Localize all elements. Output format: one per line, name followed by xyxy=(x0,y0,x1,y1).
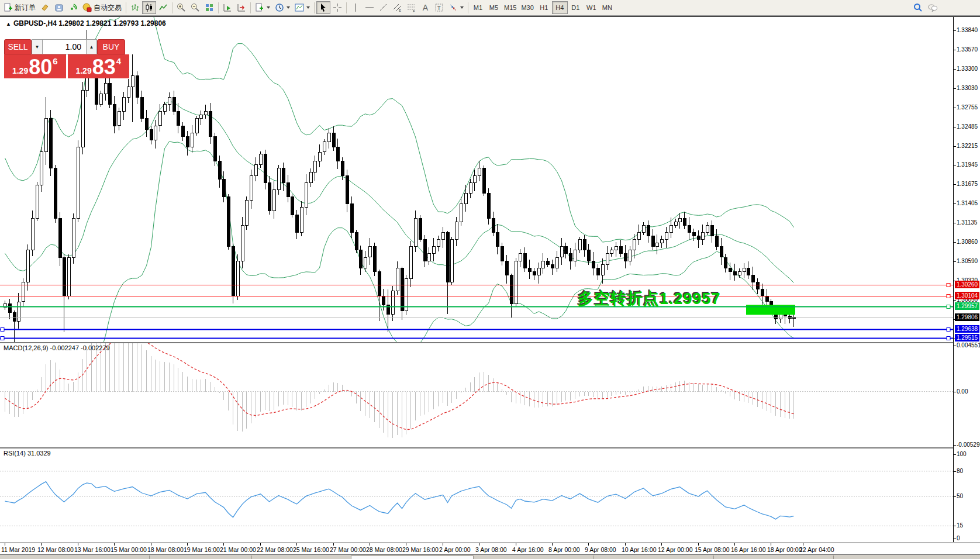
autotrade-button[interactable]: 自动交易 xyxy=(80,1,124,14)
horizontal-line-button[interactable] xyxy=(363,1,377,14)
rsi-tick xyxy=(954,496,956,497)
periods-button[interactable] xyxy=(272,1,292,14)
timeframe-label: D1 xyxy=(571,4,579,11)
zoom-out-icon xyxy=(191,3,200,12)
trendline-button[interactable] xyxy=(377,1,391,14)
channel-button[interactable]: E xyxy=(391,1,405,14)
timeframe-w1-button[interactable]: W1 xyxy=(584,1,599,14)
vertical-line-button[interactable] xyxy=(348,1,363,14)
line-chart-button[interactable] xyxy=(156,1,170,14)
macd-tick xyxy=(954,346,956,346)
price-axis[interactable]: 1.338401.335701.333001.330301.327551.324… xyxy=(953,17,980,542)
sell-price[interactable]: 1.29 80 6 xyxy=(4,54,66,78)
price-tick xyxy=(954,50,956,50)
price-tick xyxy=(954,300,956,301)
bar-chart-button[interactable] xyxy=(128,1,142,14)
chart-window: ▲GBPUSD-,H4 1.29802 1.29821 1.29793 1.29… xyxy=(0,16,980,554)
buy-price[interactable]: 1.29 83 4 xyxy=(68,54,130,78)
macd-plot[interactable] xyxy=(0,343,953,447)
zoom-out-button[interactable] xyxy=(188,1,202,14)
search-button[interactable] xyxy=(911,1,925,14)
auto-scroll-button[interactable] xyxy=(220,1,234,14)
timeframe-d1-button[interactable]: D1 xyxy=(568,1,584,14)
date-tick-label: 3 Apr 08:00 xyxy=(475,546,507,553)
tile-windows-button[interactable] xyxy=(202,1,216,14)
volume-input[interactable] xyxy=(43,39,86,54)
date-tick xyxy=(41,543,42,546)
price-tick xyxy=(954,30,956,31)
date-tick-label: 19 Mar 16:00 xyxy=(184,546,220,553)
candle-chart-button[interactable] xyxy=(142,1,156,14)
cursor-icon xyxy=(319,3,328,12)
rsi-tick xyxy=(954,454,956,455)
volume-decrease-button[interactable]: ▼ xyxy=(32,39,43,54)
doc-plus-icon xyxy=(4,3,13,12)
price-tick-label: 1.31405 xyxy=(957,200,978,207)
macd-label: MACD(12,26,9) -0.002247 -0.002279 xyxy=(4,344,110,351)
buy-button[interactable]: BUY xyxy=(97,39,125,54)
timeframe-m5-button[interactable]: M5 xyxy=(486,1,502,14)
date-tick-label: 28 Mar 08:00 xyxy=(366,546,402,553)
date-tick-label: 13 Mar 16:00 xyxy=(74,546,111,553)
collapse-triangle-icon[interactable]: ▲ xyxy=(6,21,11,27)
price-tick xyxy=(954,261,956,262)
zoom-in-icon xyxy=(177,3,186,12)
fibonacci-button[interactable]: F xyxy=(405,1,419,14)
new-order-button[interactable]: 新订单 xyxy=(1,1,38,14)
main-chart-plot[interactable] xyxy=(0,17,953,342)
price-tick-label: 1.32485 xyxy=(957,123,978,130)
new-chart-button[interactable] xyxy=(253,1,272,14)
zoom-in-button[interactable] xyxy=(174,1,188,14)
price-tick-label: 1.30590 xyxy=(957,258,978,265)
tile-windows-icon xyxy=(205,3,214,12)
chart-shift-button[interactable] xyxy=(234,1,249,14)
time-axis[interactable]: 11 Mar 201912 Mar 08:0013 Mar 16:0015 Ma… xyxy=(0,543,980,554)
text-icon: A xyxy=(423,4,428,12)
sell-button[interactable]: SELL xyxy=(4,39,32,54)
timeframe-m15-button[interactable]: M15 xyxy=(502,1,519,14)
line-chart-icon xyxy=(158,3,168,12)
price-tick xyxy=(954,69,956,70)
rsi-tick-label: 15 xyxy=(957,522,963,529)
arrows-button[interactable] xyxy=(446,1,466,14)
price-tick-label: 1.33300 xyxy=(957,65,978,73)
date-tick xyxy=(516,543,516,546)
timeframe-label: M15 xyxy=(504,4,516,11)
text-label-button[interactable]: T xyxy=(432,1,446,14)
profile-icon xyxy=(54,3,64,12)
date-tick xyxy=(223,543,224,546)
price-tick-label: 1.32755 xyxy=(957,104,978,111)
volume-increase-button[interactable]: ▲ xyxy=(86,39,97,54)
price-tick-label: 1.32215 xyxy=(957,143,978,150)
templates-button[interactable] xyxy=(292,1,312,14)
rsi-tick-label: 50 xyxy=(957,493,963,500)
rsi-plot[interactable] xyxy=(0,448,953,542)
date-tick xyxy=(370,543,370,546)
crosshair-button[interactable] xyxy=(330,1,344,14)
timeframe-mn-button[interactable]: MN xyxy=(599,1,615,14)
market-button[interactable] xyxy=(38,1,52,14)
text-button[interactable]: A xyxy=(419,1,432,14)
date-tick xyxy=(187,543,188,546)
chat-button[interactable] xyxy=(925,1,940,14)
level-price-label: 1.29638 xyxy=(955,325,979,333)
macd-tick xyxy=(954,392,956,392)
timeframe-label: H1 xyxy=(540,4,548,11)
chat-icon xyxy=(927,3,938,12)
toolbar-separator xyxy=(250,2,251,13)
timeframe-h1-button[interactable]: H1 xyxy=(536,1,552,14)
clock-icon xyxy=(275,3,284,12)
signal-button[interactable] xyxy=(66,1,80,14)
buy-price-big: 83 xyxy=(92,57,116,77)
cursor-button[interactable] xyxy=(316,1,330,14)
level-price-label: 1.29515 xyxy=(955,334,979,341)
chart-shift-icon xyxy=(237,3,246,12)
timeframe-m30-button[interactable]: M30 xyxy=(519,1,536,14)
date-tick xyxy=(698,543,699,546)
timeframe-m1-button[interactable]: M1 xyxy=(470,1,486,14)
profile-button[interactable] xyxy=(52,1,66,14)
date-tick-label: 8 Apr 00:00 xyxy=(548,546,580,553)
chart-annotation-text[interactable]: 多空转折点1.29957 xyxy=(578,288,721,309)
level-price-label: 1.29957 xyxy=(955,302,979,310)
timeframe-h4-button[interactable]: H4 xyxy=(552,1,568,14)
